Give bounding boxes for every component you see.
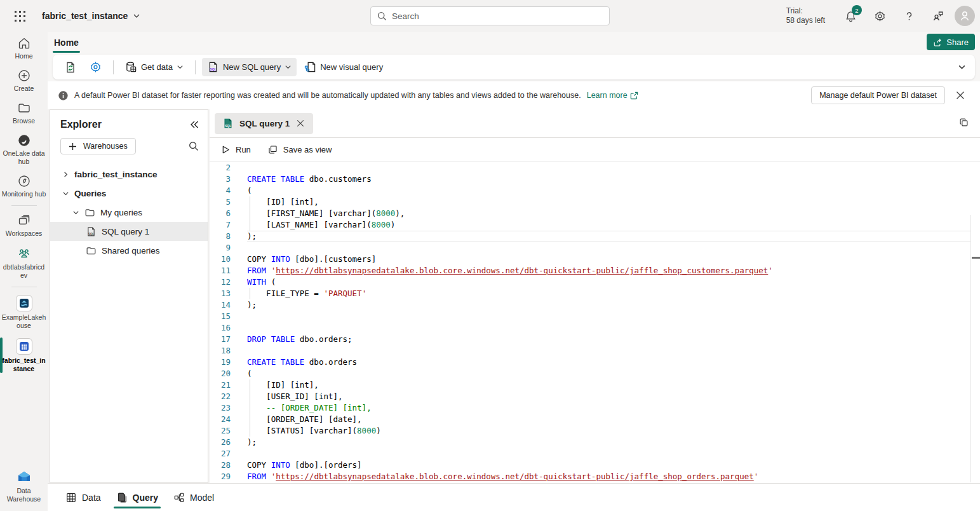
code-line[interactable]: 11FROM 'https://dbtlabsynapsedatalake.bl… bbox=[210, 265, 980, 276]
line-content[interactable]: -- [ORDER_DATE] [int], bbox=[247, 402, 970, 414]
tree-item-shared-queries[interactable]: Shared queries bbox=[50, 241, 208, 260]
refresh-settings-button[interactable] bbox=[59, 58, 82, 77]
share-button[interactable]: Share bbox=[927, 34, 975, 50]
code-line[interactable]: 20( bbox=[210, 368, 980, 379]
line-content[interactable]: DROP TABLE dbo.orders; bbox=[247, 334, 970, 345]
line-content[interactable] bbox=[247, 345, 970, 357]
code-line[interactable]: 5 [ID] [int], bbox=[210, 196, 980, 208]
code-line[interactable]: 29FROM 'https://dbtlabsynapsedatalake.bl… bbox=[210, 471, 980, 482]
tab-query[interactable]: Query bbox=[114, 484, 161, 511]
line-content[interactable]: [STATUS] [varchar](8000) bbox=[247, 425, 970, 437]
code-line[interactable]: 24 [ORDER_DATE] [date], bbox=[210, 414, 980, 425]
line-content[interactable]: [ID] [int], bbox=[247, 379, 970, 391]
settings-button[interactable] bbox=[867, 3, 892, 29]
line-content[interactable]: ( bbox=[247, 185, 970, 196]
code-line[interactable]: 12WITH ( bbox=[210, 276, 980, 288]
close-tab-button[interactable] bbox=[295, 118, 305, 128]
line-content[interactable]: WITH ( bbox=[247, 276, 970, 288]
query-tab-sql-query-1[interactable]: SQL SQL query 1 bbox=[215, 113, 313, 134]
line-content[interactable]: FROM 'https://dbtlabsynapsedatalake.blob… bbox=[247, 471, 970, 482]
code-line[interactable]: 4( bbox=[210, 185, 980, 196]
nav-workspaces[interactable]: Workspaces bbox=[0, 209, 48, 242]
tab-data[interactable]: Data bbox=[63, 484, 104, 511]
explorer-search-icon[interactable] bbox=[189, 141, 199, 151]
code-line[interactable]: 14); bbox=[210, 299, 980, 311]
nav-workspace-dbtlabsfabricdev[interactable]: dbtlabsfabricdev bbox=[0, 242, 48, 283]
app-launcher-icon[interactable] bbox=[9, 0, 30, 32]
avatar[interactable] bbox=[955, 6, 975, 26]
code-line[interactable]: 16 bbox=[210, 322, 980, 334]
code-line[interactable]: 28COPY INTO [dbo].[orders] bbox=[210, 460, 980, 471]
line-content[interactable]: ); bbox=[247, 299, 970, 311]
nav-home[interactable]: Home bbox=[0, 32, 48, 64]
line-content[interactable]: [ORDER_DATE] [date], bbox=[247, 414, 970, 425]
overview-ruler[interactable] bbox=[970, 215, 980, 482]
code-line[interactable]: 13 FILE_TYPE = 'PARQUET' bbox=[210, 288, 980, 299]
line-content[interactable]: CREATE TABLE dbo.orders bbox=[247, 357, 970, 368]
line-content[interactable]: CREATE TABLE dbo.customers bbox=[247, 174, 970, 185]
nav-item-examplelakehouse[interactable]: ExampleLakehouse bbox=[0, 290, 48, 334]
code-line[interactable]: 9 bbox=[210, 242, 980, 254]
tab-home[interactable]: Home bbox=[53, 35, 80, 50]
get-data-button[interactable]: Get data bbox=[120, 58, 189, 76]
code-line[interactable]: 18 bbox=[210, 345, 980, 357]
save-as-view-button[interactable]: Save as view bbox=[267, 144, 332, 155]
new-visual-query-button[interactable]: New visual query bbox=[299, 58, 388, 76]
line-content[interactable] bbox=[247, 162, 970, 174]
nav-monitoring-hub[interactable]: Monitoring hub bbox=[0, 170, 48, 202]
code-line[interactable]: 17DROP TABLE dbo.orders; bbox=[210, 334, 980, 345]
collapse-panel-icon[interactable] bbox=[190, 120, 199, 129]
feedback-button[interactable] bbox=[925, 3, 951, 29]
line-content[interactable] bbox=[247, 448, 970, 460]
code-line[interactable]: 23 -- [ORDER_DATE] [int], bbox=[210, 402, 980, 414]
nav-item-fabric-test-instance[interactable]: fabric_test_instance bbox=[0, 334, 48, 377]
line-content[interactable]: COPY INTO [dbo].[orders] bbox=[247, 460, 970, 471]
new-sql-query-button[interactable]: SQL New SQL query bbox=[202, 58, 297, 76]
line-content[interactable]: COPY INTO [dbo].[customers] bbox=[247, 254, 970, 265]
tree-item-my-queries[interactable]: My queries bbox=[50, 203, 208, 222]
notifications-button[interactable]: 2 bbox=[838, 3, 863, 29]
ribbon-settings-button[interactable] bbox=[84, 58, 107, 76]
learn-more-link[interactable]: Learn more bbox=[587, 91, 638, 100]
code-line[interactable]: 10COPY INTO [dbo].[customers] bbox=[210, 254, 980, 265]
nav-create[interactable]: Create bbox=[0, 64, 48, 97]
code-area[interactable]: 23CREATE TABLE dbo.customers4(5 [ID] [in… bbox=[210, 162, 980, 482]
nav-onelake-data-hub[interactable]: OneLake data hub bbox=[0, 129, 48, 170]
add-warehouses-button[interactable]: Warehouses bbox=[60, 138, 136, 154]
line-content[interactable] bbox=[247, 322, 970, 334]
line-content[interactable]: [FIRST_NAME] [varchar](8000), bbox=[247, 208, 970, 219]
line-content[interactable]: [USER_ID] [int], bbox=[247, 391, 970, 402]
code-line[interactable]: 26); bbox=[210, 437, 980, 448]
code-line[interactable]: 8); bbox=[210, 231, 980, 242]
line-content[interactable]: ( bbox=[247, 368, 970, 379]
line-content[interactable] bbox=[247, 242, 970, 254]
line-content[interactable]: ); bbox=[247, 231, 970, 242]
code-line[interactable]: 6 [FIRST_NAME] [varchar](8000), bbox=[210, 208, 980, 219]
code-line[interactable]: 7 [LAST_NAME] [varchar](8000) bbox=[210, 219, 980, 231]
manage-dataset-button[interactable]: Manage default Power BI dataset bbox=[811, 86, 945, 104]
line-content[interactable] bbox=[247, 311, 970, 322]
code-line[interactable]: 27 bbox=[210, 448, 980, 460]
code-line[interactable]: 3CREATE TABLE dbo.customers bbox=[210, 174, 980, 185]
code-line[interactable]: 22 [USER_ID] [int], bbox=[210, 391, 980, 402]
tree-item-sql-query-1[interactable]: SQL SQL query 1 bbox=[50, 222, 208, 241]
workspace-switcher[interactable]: fabric_test_instance bbox=[42, 11, 140, 21]
run-button[interactable]: Run bbox=[221, 145, 251, 154]
line-content[interactable]: [LAST_NAME] [varchar](8000) bbox=[247, 219, 970, 231]
help-button[interactable] bbox=[896, 3, 922, 29]
nav-data-warehouse[interactable]: Data Warehouse bbox=[0, 464, 48, 511]
banner-close-button[interactable] bbox=[951, 86, 970, 105]
line-content[interactable]: [ID] [int], bbox=[247, 196, 970, 208]
copy-button[interactable] bbox=[958, 117, 970, 131]
line-content[interactable]: ); bbox=[247, 437, 970, 448]
code-line[interactable]: 25 [STATUS] [varchar](8000) bbox=[210, 425, 980, 437]
tree-item-warehouse[interactable]: fabric_test_instance bbox=[50, 165, 208, 184]
tab-model[interactable]: Model bbox=[171, 484, 217, 511]
line-content[interactable]: FROM 'https://dbtlabsynapsedatalake.blob… bbox=[247, 265, 970, 276]
nav-browse[interactable]: Browse bbox=[0, 97, 48, 129]
code-line[interactable]: 2 bbox=[210, 162, 980, 174]
collapse-ribbon-button[interactable] bbox=[958, 62, 966, 74]
search-input[interactable]: Search bbox=[370, 6, 610, 25]
code-line[interactable]: 15 bbox=[210, 311, 980, 322]
code-line[interactable]: 19CREATE TABLE dbo.orders bbox=[210, 357, 980, 368]
